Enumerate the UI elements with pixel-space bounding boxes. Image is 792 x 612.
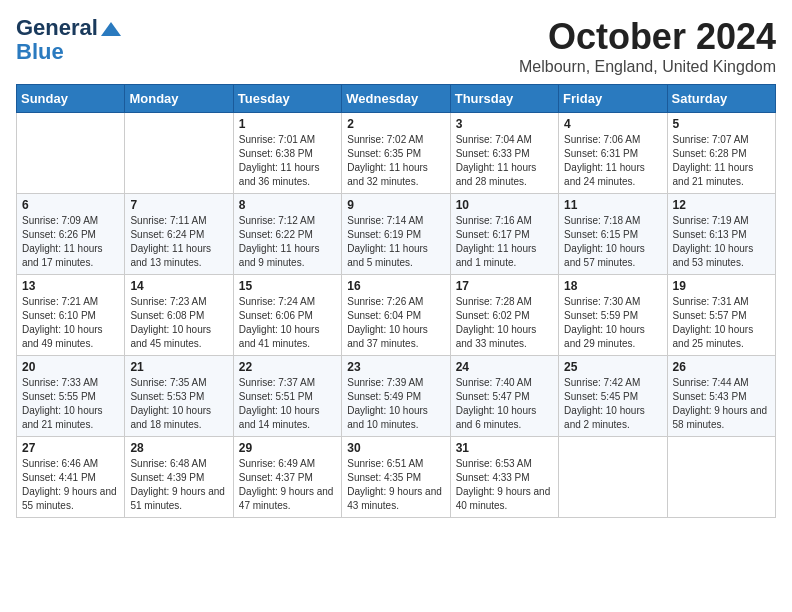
day-number: 1	[239, 117, 336, 131]
day-info: Sunrise: 7:07 AMSunset: 6:28 PMDaylight:…	[673, 133, 770, 189]
day-number: 13	[22, 279, 119, 293]
day-info: Sunrise: 7:06 AMSunset: 6:31 PMDaylight:…	[564, 133, 661, 189]
day-number: 8	[239, 198, 336, 212]
table-row: 7Sunrise: 7:11 AMSunset: 6:24 PMDaylight…	[125, 194, 233, 275]
day-number: 2	[347, 117, 444, 131]
table-row: 24Sunrise: 7:40 AMSunset: 5:47 PMDayligh…	[450, 356, 558, 437]
day-number: 9	[347, 198, 444, 212]
header-friday: Friday	[559, 85, 667, 113]
day-info: Sunrise: 7:16 AMSunset: 6:17 PMDaylight:…	[456, 214, 553, 270]
day-info: Sunrise: 7:42 AMSunset: 5:45 PMDaylight:…	[564, 376, 661, 432]
day-number: 28	[130, 441, 227, 455]
calendar-week-row: 13Sunrise: 7:21 AMSunset: 6:10 PMDayligh…	[17, 275, 776, 356]
day-number: 30	[347, 441, 444, 455]
day-info: Sunrise: 7:21 AMSunset: 6:10 PMDaylight:…	[22, 295, 119, 351]
table-row: 12Sunrise: 7:19 AMSunset: 6:13 PMDayligh…	[667, 194, 775, 275]
calendar-week-row: 20Sunrise: 7:33 AMSunset: 5:55 PMDayligh…	[17, 356, 776, 437]
table-row: 29Sunrise: 6:49 AMSunset: 4:37 PMDayligh…	[233, 437, 341, 518]
day-info: Sunrise: 7:09 AMSunset: 6:26 PMDaylight:…	[22, 214, 119, 270]
day-number: 3	[456, 117, 553, 131]
page-subtitle: Melbourn, England, United Kingdom	[519, 58, 776, 76]
day-number: 25	[564, 360, 661, 374]
day-info: Sunrise: 7:28 AMSunset: 6:02 PMDaylight:…	[456, 295, 553, 351]
day-number: 5	[673, 117, 770, 131]
table-row: 18Sunrise: 7:30 AMSunset: 5:59 PMDayligh…	[559, 275, 667, 356]
day-info: Sunrise: 7:11 AMSunset: 6:24 PMDaylight:…	[130, 214, 227, 270]
day-info: Sunrise: 6:49 AMSunset: 4:37 PMDaylight:…	[239, 457, 336, 513]
table-row: 19Sunrise: 7:31 AMSunset: 5:57 PMDayligh…	[667, 275, 775, 356]
day-info: Sunrise: 6:51 AMSunset: 4:35 PMDaylight:…	[347, 457, 444, 513]
day-info: Sunrise: 6:53 AMSunset: 4:33 PMDaylight:…	[456, 457, 553, 513]
calendar-week-row: 6Sunrise: 7:09 AMSunset: 6:26 PMDaylight…	[17, 194, 776, 275]
table-row: 16Sunrise: 7:26 AMSunset: 6:04 PMDayligh…	[342, 275, 450, 356]
day-info: Sunrise: 7:23 AMSunset: 6:08 PMDaylight:…	[130, 295, 227, 351]
day-number: 12	[673, 198, 770, 212]
logo-line2: Blue	[16, 40, 64, 64]
table-row	[667, 437, 775, 518]
day-number: 31	[456, 441, 553, 455]
day-number: 11	[564, 198, 661, 212]
header-sunday: Sunday	[17, 85, 125, 113]
table-row: 27Sunrise: 6:46 AMSunset: 4:41 PMDayligh…	[17, 437, 125, 518]
header-wednesday: Wednesday	[342, 85, 450, 113]
day-number: 24	[456, 360, 553, 374]
day-info: Sunrise: 7:30 AMSunset: 5:59 PMDaylight:…	[564, 295, 661, 351]
day-number: 16	[347, 279, 444, 293]
day-info: Sunrise: 7:26 AMSunset: 6:04 PMDaylight:…	[347, 295, 444, 351]
day-info: Sunrise: 7:19 AMSunset: 6:13 PMDaylight:…	[673, 214, 770, 270]
day-info: Sunrise: 7:31 AMSunset: 5:57 PMDaylight:…	[673, 295, 770, 351]
day-info: Sunrise: 7:39 AMSunset: 5:49 PMDaylight:…	[347, 376, 444, 432]
calendar: Sunday Monday Tuesday Wednesday Thursday…	[16, 84, 776, 518]
table-row	[559, 437, 667, 518]
logo-line1: General	[16, 16, 121, 40]
day-number: 21	[130, 360, 227, 374]
table-row: 22Sunrise: 7:37 AMSunset: 5:51 PMDayligh…	[233, 356, 341, 437]
day-number: 19	[673, 279, 770, 293]
day-info: Sunrise: 7:02 AMSunset: 6:35 PMDaylight:…	[347, 133, 444, 189]
day-number: 17	[456, 279, 553, 293]
table-row: 28Sunrise: 6:48 AMSunset: 4:39 PMDayligh…	[125, 437, 233, 518]
page-title: October 2024	[519, 16, 776, 58]
day-number: 14	[130, 279, 227, 293]
header-tuesday: Tuesday	[233, 85, 341, 113]
table-row: 31Sunrise: 6:53 AMSunset: 4:33 PMDayligh…	[450, 437, 558, 518]
day-info: Sunrise: 7:18 AMSunset: 6:15 PMDaylight:…	[564, 214, 661, 270]
table-row: 3Sunrise: 7:04 AMSunset: 6:33 PMDaylight…	[450, 113, 558, 194]
table-row: 14Sunrise: 7:23 AMSunset: 6:08 PMDayligh…	[125, 275, 233, 356]
day-number: 4	[564, 117, 661, 131]
table-row: 26Sunrise: 7:44 AMSunset: 5:43 PMDayligh…	[667, 356, 775, 437]
table-row: 21Sunrise: 7:35 AMSunset: 5:53 PMDayligh…	[125, 356, 233, 437]
calendar-week-row: 27Sunrise: 6:46 AMSunset: 4:41 PMDayligh…	[17, 437, 776, 518]
day-number: 27	[22, 441, 119, 455]
table-row: 15Sunrise: 7:24 AMSunset: 6:06 PMDayligh…	[233, 275, 341, 356]
day-info: Sunrise: 7:14 AMSunset: 6:19 PMDaylight:…	[347, 214, 444, 270]
table-row: 23Sunrise: 7:39 AMSunset: 5:49 PMDayligh…	[342, 356, 450, 437]
day-info: Sunrise: 7:35 AMSunset: 5:53 PMDaylight:…	[130, 376, 227, 432]
table-row: 5Sunrise: 7:07 AMSunset: 6:28 PMDaylight…	[667, 113, 775, 194]
table-row: 8Sunrise: 7:12 AMSunset: 6:22 PMDaylight…	[233, 194, 341, 275]
day-number: 10	[456, 198, 553, 212]
table-row: 9Sunrise: 7:14 AMSunset: 6:19 PMDaylight…	[342, 194, 450, 275]
day-info: Sunrise: 7:12 AMSunset: 6:22 PMDaylight:…	[239, 214, 336, 270]
day-number: 22	[239, 360, 336, 374]
table-row: 2Sunrise: 7:02 AMSunset: 6:35 PMDaylight…	[342, 113, 450, 194]
table-row: 10Sunrise: 7:16 AMSunset: 6:17 PMDayligh…	[450, 194, 558, 275]
table-row: 30Sunrise: 6:51 AMSunset: 4:35 PMDayligh…	[342, 437, 450, 518]
day-number: 23	[347, 360, 444, 374]
table-row: 17Sunrise: 7:28 AMSunset: 6:02 PMDayligh…	[450, 275, 558, 356]
table-row: 4Sunrise: 7:06 AMSunset: 6:31 PMDaylight…	[559, 113, 667, 194]
title-area: October 2024 Melbourn, England, United K…	[519, 16, 776, 76]
day-info: Sunrise: 7:37 AMSunset: 5:51 PMDaylight:…	[239, 376, 336, 432]
day-info: Sunrise: 6:46 AMSunset: 4:41 PMDaylight:…	[22, 457, 119, 513]
day-info: Sunrise: 7:01 AMSunset: 6:38 PMDaylight:…	[239, 133, 336, 189]
day-info: Sunrise: 7:44 AMSunset: 5:43 PMDaylight:…	[673, 376, 770, 432]
table-row: 1Sunrise: 7:01 AMSunset: 6:38 PMDaylight…	[233, 113, 341, 194]
header: General Blue October 2024 Melbourn, Engl…	[16, 16, 776, 76]
day-info: Sunrise: 7:33 AMSunset: 5:55 PMDaylight:…	[22, 376, 119, 432]
table-row: 20Sunrise: 7:33 AMSunset: 5:55 PMDayligh…	[17, 356, 125, 437]
day-number: 15	[239, 279, 336, 293]
table-row	[125, 113, 233, 194]
table-row: 6Sunrise: 7:09 AMSunset: 6:26 PMDaylight…	[17, 194, 125, 275]
header-thursday: Thursday	[450, 85, 558, 113]
header-monday: Monday	[125, 85, 233, 113]
